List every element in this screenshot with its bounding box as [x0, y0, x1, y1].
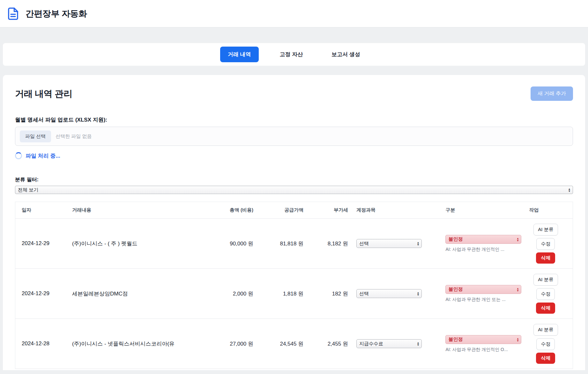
table-row: 2024-12-29 세븐일레븐상암DMC점 2,000 원 1,818 원 1…: [15, 269, 573, 319]
page-title: 거래 내역 관리: [15, 88, 72, 100]
delete-button[interactable]: 삭제: [536, 252, 555, 264]
select-arrows-icon: [517, 287, 518, 292]
delete-button[interactable]: 삭제: [536, 353, 555, 364]
file-select-button[interactable]: 파일 선택: [20, 131, 51, 142]
col-header-account: 계정과목: [353, 202, 442, 219]
classification-select[interactable]: 불인정: [445, 285, 521, 294]
transaction-total: 27,000 원: [208, 319, 258, 369]
transaction-date: 2024-12-28: [15, 319, 68, 369]
col-header-description: 거래내용: [68, 202, 208, 219]
document-logo-icon: [6, 6, 20, 21]
transaction-supply: 1,818 원: [258, 269, 308, 319]
edit-button[interactable]: 수정: [536, 288, 555, 300]
table-header: 일자 거래내용 총액 (비용) 공급가액 부가세 계정과목 구분 작업: [15, 202, 573, 219]
edit-button[interactable]: 수정: [536, 238, 555, 250]
table-row: 2024-12-28 (주)이니시스 - 넷플릭스서비시스코리아(유 27,00…: [15, 319, 573, 369]
transaction-vat: 8,182 원: [308, 219, 353, 269]
filter-section: 분류 필터: 전체 보기: [15, 176, 573, 194]
row-actions: AI 분류 수정 삭제: [529, 324, 562, 364]
app-header: 간편장부 자동화: [0, 0, 588, 27]
loading-spinner-icon: [15, 152, 22, 159]
ai-classify-button[interactable]: AI 분류: [533, 224, 558, 236]
transaction-date: 2024-12-29: [15, 269, 68, 319]
transaction-vat: 182 원: [308, 269, 353, 319]
transaction-vat: 2,455 원: [308, 319, 353, 369]
app-title: 간편장부 자동화: [26, 8, 87, 19]
transaction-supply: 24,545 원: [258, 319, 308, 369]
upload-section: 월별 명세서 파일 업로드 (XLSX 지원): 파일 선택 선택한 파일 없음…: [15, 116, 573, 160]
account-select-value: 선택: [359, 241, 369, 247]
select-arrows-icon: [517, 337, 518, 342]
select-arrows-icon: [417, 341, 419, 346]
transaction-description: 세븐일레븐상암DMC점: [68, 269, 208, 319]
edit-button[interactable]: 수정: [536, 338, 555, 350]
select-arrows-icon: [569, 188, 570, 192]
ai-classify-button[interactable]: AI 분류: [533, 324, 558, 336]
col-header-actions: 작업: [525, 202, 573, 219]
no-file-text: 선택한 파일 없음: [56, 133, 92, 139]
transaction-total: 90,000 원: [208, 219, 258, 269]
classification-select-value: 불인정: [448, 336, 463, 342]
transaction-total: 2,000 원: [208, 269, 258, 319]
col-header-classification: 구분: [442, 202, 525, 219]
processing-text: 파일 처리 중...: [26, 152, 60, 160]
row-actions: AI 분류 수정 삭제: [529, 274, 562, 314]
classification-filter-select[interactable]: 전체 보기: [15, 186, 573, 194]
col-header-date: 일자: [15, 202, 68, 219]
account-select[interactable]: 지급수수료: [356, 339, 422, 348]
select-arrows-icon: [417, 291, 419, 296]
classification-select[interactable]: 불인정: [445, 335, 521, 344]
tab-report-generation[interactable]: 보고서 생성: [324, 47, 368, 62]
col-header-vat: 부가세: [308, 202, 353, 219]
processing-status: 파일 처리 중...: [15, 152, 573, 160]
transaction-date: 2024-12-29: [15, 219, 68, 269]
title-row: 거래 내역 관리 새 거래 추가: [15, 86, 573, 101]
add-transaction-button[interactable]: 새 거래 추가: [531, 86, 573, 101]
tab-fixed-assets[interactable]: 고정 자산: [272, 47, 311, 62]
account-select-value: 선택: [359, 291, 369, 297]
col-header-total: 총액 (비용): [208, 202, 258, 219]
upload-label: 월별 명세서 파일 업로드 (XLSX 지원):: [15, 116, 573, 123]
col-header-supply: 공급가액: [258, 202, 308, 219]
transaction-description: (주)이니시스 - ( 주 ) 펫월드: [68, 219, 208, 269]
table-row: 2024-12-29 (주)이니시스 - ( 주 ) 펫월드 90,000 원 …: [15, 219, 573, 269]
classification-select[interactable]: 불인정: [445, 235, 521, 244]
transaction-description: (주)이니시스 - 넷플릭스서비시스코리아(유: [68, 319, 208, 369]
ai-classify-button[interactable]: AI 분류: [533, 274, 558, 286]
ai-note: AI: 사업과 무관한 개인 또는 ...: [445, 297, 521, 303]
transactions-panel: 거래 내역 관리 새 거래 추가 월별 명세서 파일 업로드 (XLSX 지원)…: [3, 75, 585, 370]
account-select-value: 지급수수료: [359, 341, 383, 347]
filter-selected-value: 전체 보기: [18, 187, 38, 193]
ai-note: AI: 사업과 무관한 개인적인 O...: [445, 347, 521, 353]
transaction-supply: 81,818 원: [258, 219, 308, 269]
select-arrows-icon: [517, 237, 518, 242]
file-upload-input[interactable]: 파일 선택 선택한 파일 없음: [15, 127, 573, 146]
classification-select-value: 불인정: [448, 286, 463, 292]
select-arrows-icon: [417, 241, 419, 246]
ai-note: AI: 사업과 무관한 개인적인 ...: [445, 247, 521, 252]
account-select[interactable]: 선택: [356, 289, 422, 298]
account-select[interactable]: 선택: [356, 239, 422, 248]
classification-select-value: 불인정: [448, 236, 463, 242]
row-actions: AI 분류 수정 삭제: [529, 224, 562, 264]
delete-button[interactable]: 삭제: [536, 303, 555, 314]
transactions-table: 일자 거래내용 총액 (비용) 공급가액 부가세 계정과목 구분 작업 2024…: [15, 202, 573, 369]
tab-bar: 거래 내역 고정 자산 보고서 생성: [3, 43, 585, 66]
filter-label: 분류 필터:: [15, 176, 573, 183]
tab-transactions[interactable]: 거래 내역: [220, 47, 259, 62]
